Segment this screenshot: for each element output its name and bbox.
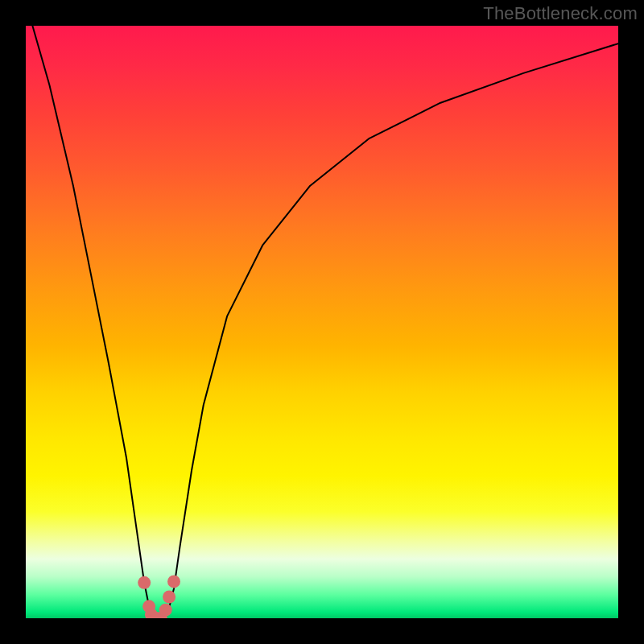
- curve-marker: [138, 576, 151, 589]
- curve-marker: [159, 604, 172, 617]
- chart-frame: TheBottleneck.com: [0, 0, 644, 644]
- watermark-text: TheBottleneck.com: [483, 3, 638, 24]
- markers-group: [138, 575, 180, 618]
- curve-marker: [167, 575, 180, 588]
- chart-svg: [26, 26, 618, 618]
- chart-plot-area: [26, 26, 618, 618]
- curve-marker: [163, 591, 175, 604]
- bottleneck-curve: [26, 26, 618, 618]
